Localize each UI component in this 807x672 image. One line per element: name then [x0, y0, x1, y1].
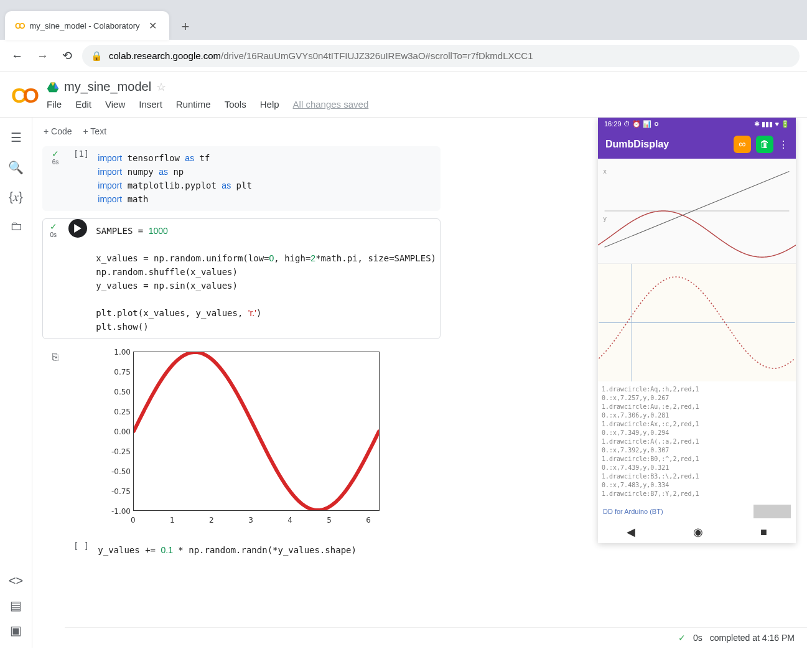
check-icon: ✓ [678, 633, 686, 643]
y-tick-label: 0.00 [114, 427, 131, 436]
browser-tab[interactable]: CO my_sine_model - Colaboratory ✕ [5, 11, 169, 40]
x-tick-label: 0 [131, 516, 136, 525]
footer-time: 0s [693, 633, 702, 643]
cell-3-code[interactable]: y_values += 0.1 * np.random.randn(*y_val… [94, 538, 441, 562]
phone-status-right: ✱ ▮▮▮ ♥ 🔋 [754, 120, 790, 128]
menu-tools[interactable]: Tools [225, 99, 246, 110]
phone-time: 16:29 [604, 120, 622, 128]
cell-1-time: 6s [52, 159, 59, 166]
cell-2[interactable]: ✓ 0s SAMPLES = 1000 x_values = np.random… [42, 218, 441, 339]
phone-status-left: ⏱ ⏰ 📊 ⭘ [623, 120, 660, 128]
check-icon: ✓ [50, 222, 57, 231]
y-tick-label: -0.25 [111, 447, 131, 456]
code-icon[interactable]: <> [9, 574, 23, 588]
phone-link-icon[interactable]: ∞ [734, 136, 751, 153]
browser-toolbar: ← → ⟲ 🔒 colab.research.google.com/drive/… [0, 40, 807, 72]
svg-line-5 [605, 171, 790, 247]
x-tick-label: 4 [287, 516, 292, 525]
y-tick-label: 1.00 [114, 348, 131, 357]
cell-3-prompt: [ ] [73, 538, 89, 562]
phone-appbar: DumbDisplay ∞ 🗑 ⋮ [598, 130, 796, 159]
svg-marker-3 [75, 224, 82, 233]
search-icon[interactable]: 🔍 [8, 160, 24, 175]
new-tab-button[interactable]: + [169, 19, 202, 40]
browser-tabbar: CO my_sine_model - Colaboratory ✕ + [0, 0, 807, 40]
insert-code-button[interactable]: + Code [44, 126, 72, 136]
y-tick-label: 0.75 [114, 368, 131, 376]
google-drive-icon [47, 81, 59, 93]
menubar: File Edit View Insert Runtime Tools Help… [47, 94, 796, 117]
phone-home-icon[interactable]: ◉ [693, 525, 703, 539]
phone-status-bar: 16:29 ⏱ ⏰ 📊 ⭘ ✱ ▮▮▮ ♥ 🔋 [598, 118, 796, 130]
run-cell-button[interactable] [68, 219, 87, 338]
check-icon: ✓ [52, 149, 59, 159]
menu-edit[interactable]: Edit [75, 99, 91, 110]
phone-trash-icon[interactable]: 🗑 [756, 136, 773, 153]
colab-favicon: CO [15, 21, 24, 30]
variables-icon[interactable]: {𝑥} [9, 190, 22, 204]
cell-2-code[interactable]: SAMPLES = 1000 x_values = np.random.unif… [92, 219, 440, 338]
phone-input-label[interactable]: DD for Arduino (BT) [603, 508, 663, 515]
url-path: /drive/16RauUmGVYs0n4tITFIUJZ326uIREw3aO… [221, 50, 533, 61]
y-tick-label: 0.50 [114, 388, 131, 396]
phone-app-title: DumbDisplay [605, 139, 729, 150]
lock-icon: 🔒 [91, 50, 103, 62]
reload-button[interactable]: ⟲ [58, 45, 76, 67]
x-tick-label: 5 [327, 516, 332, 525]
matplotlib-plot: -1.00-0.75-0.50-0.250.000.250.500.751.00… [100, 347, 386, 533]
y-tick-label: -0.50 [111, 467, 131, 476]
y-tick-label: -0.75 [111, 487, 131, 496]
cell-3[interactable]: [ ] y_values += 0.1 * np.random.randn(*y… [42, 538, 441, 562]
folder-icon[interactable]: 🗀 [10, 219, 22, 233]
colab-header: CO my_sine_model ☆ File Edit View Insert… [0, 72, 807, 118]
cell-2-time: 0s [50, 231, 57, 238]
cell-1-code[interactable]: import tensorflow as tf import numpy as … [94, 146, 441, 211]
menu-file[interactable]: File [47, 99, 62, 110]
phone-navbar: ◀ ◉ ■ [598, 521, 796, 543]
menu-help[interactable]: Help [260, 99, 279, 110]
cell-1[interactable]: ✓ 6s [1] import tensorflow as tf import … [42, 146, 441, 211]
menu-runtime[interactable]: Runtime [176, 99, 211, 110]
y-tick-label: -1.00 [111, 507, 131, 516]
status-footer: ✓ 0s completed at 4:16 PM [65, 627, 807, 648]
svg-text:y: y [603, 215, 607, 222]
phone-preview: 16:29 ⏱ ⏰ 📊 ⭘ ✱ ▮▮▮ ♥ 🔋 DumbDisplay ∞ 🗑 … [598, 118, 796, 543]
phone-menu-icon[interactable]: ⋮ [778, 139, 788, 151]
star-icon[interactable]: ☆ [156, 80, 166, 94]
footer-completed: completed at 4:16 PM [710, 633, 795, 643]
x-tick-label: 3 [248, 516, 253, 525]
url-bar[interactable]: 🔒 colab.research.google.com/drive/16RauU… [82, 45, 800, 67]
phone-graph-top: x y [598, 159, 796, 263]
colab-logo[interactable]: CO [11, 80, 35, 117]
tab-title: my_sine_model - Colaboratory [30, 21, 140, 30]
phone-log: 1.drawcircle:Aq,:h,2,red,1 0.:x,7.257,y,… [598, 381, 796, 502]
x-tick-label: 6 [366, 516, 371, 525]
back-button[interactable]: ← [7, 45, 27, 67]
menu-insert[interactable]: Insert [139, 99, 162, 110]
x-tick-label: 1 [170, 516, 175, 525]
y-tick-label: 0.25 [114, 408, 131, 416]
tab-close-icon[interactable]: ✕ [146, 17, 159, 34]
toc-icon[interactable]: ☰ [11, 130, 22, 145]
url-host: colab.research.google.com [109, 50, 221, 61]
save-status: All changes saved [293, 99, 369, 110]
terminal-icon[interactable]: ▣ [10, 623, 22, 638]
clear-output-icon[interactable]: ⎘ [42, 347, 68, 533]
insert-text-button[interactable]: + Text [83, 126, 107, 136]
svg-text:x: x [603, 167, 607, 175]
phone-back-icon[interactable]: ◀ [627, 525, 635, 539]
main-area: + Code + Text ✓ 6s [1] import tensorflow… [32, 118, 807, 648]
phone-send-button[interactable] [753, 505, 791, 518]
svg-marker-2 [55, 82, 59, 88]
menu-view[interactable]: View [105, 99, 125, 110]
cell-1-prompt: [1] [73, 146, 89, 211]
x-tick-label: 2 [209, 516, 214, 525]
phone-graph-bottom [598, 263, 796, 381]
sidebar-left: ☰ 🔍 {𝑥} 🗀 <> ▤ ▣ [0, 118, 32, 648]
notebook-title[interactable]: my_sine_model [64, 80, 151, 94]
forward-button[interactable]: → [33, 45, 52, 67]
comments-icon[interactable]: ▤ [10, 598, 22, 613]
phone-recents-icon[interactable]: ■ [760, 526, 767, 539]
